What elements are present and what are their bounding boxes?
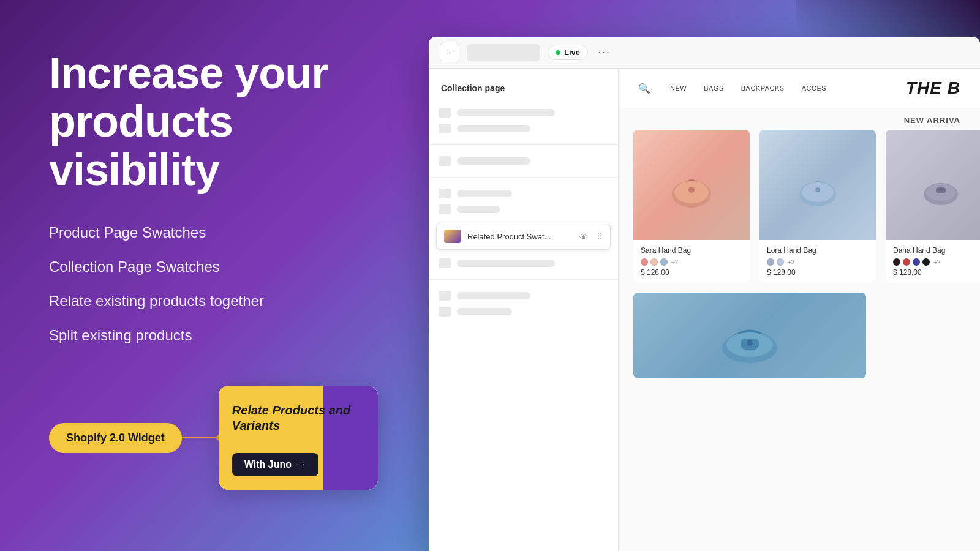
skeleton-bar-2 xyxy=(457,125,530,132)
card-title: Relate Products and Variants xyxy=(232,403,378,433)
store-brand: THE B xyxy=(846,78,960,98)
nav-accessories[interactable]: ACCES xyxy=(802,84,826,92)
swatch-count-1: +2 xyxy=(671,259,678,266)
dana-name: Dana Hand Bag xyxy=(893,246,980,255)
connector-line xyxy=(182,437,219,438)
sidebar-collection-label: Collection page xyxy=(429,78,618,103)
skeleton-bar-3 xyxy=(457,157,530,165)
highlight-icon xyxy=(444,230,461,243)
live-dot xyxy=(556,50,560,55)
product-info-dana: Dana Hand Bag +2 $ 128.00 xyxy=(886,240,980,283)
search-icon[interactable]: 🔍 xyxy=(638,83,650,94)
store-preview: 🔍 NEW BAGS BACKPACKS ACCES THE B NEW ARR… xyxy=(619,69,980,551)
live-badge: Live xyxy=(548,45,588,60)
swatch-count-2: +2 xyxy=(788,259,794,266)
swatch-dana-3 xyxy=(913,258,920,266)
eye-icon[interactable]: 👁 xyxy=(579,232,590,241)
skeleton-icon-1 xyxy=(439,108,451,118)
skeleton-icon-5 xyxy=(439,204,451,214)
product-grid-row2 xyxy=(619,293,980,378)
features-list: Product Page Swatches Collection Page Sw… xyxy=(49,224,404,344)
skeleton-bar-8 xyxy=(457,308,512,315)
highlight-text: Related Product Swat... xyxy=(467,232,573,241)
svg-point-2 xyxy=(688,187,695,193)
skeleton-bar-1 xyxy=(457,109,555,116)
store-header: 🔍 NEW BAGS BACKPACKS ACCES THE B xyxy=(619,69,980,108)
product-sara[interactable]: Sara Hand Bag +2 $ 128.00 xyxy=(633,130,750,283)
left-panel: Increase your products visibility Produc… xyxy=(49,37,404,527)
swatch-count-3: +2 xyxy=(933,259,940,266)
feature-1: Product Page Swatches xyxy=(49,224,404,241)
product-lora[interactable]: Lora Hand Bag +2 $ 128.00 xyxy=(760,130,876,283)
editor-sidebar: Collection page xyxy=(429,69,619,551)
skeleton-group-5 xyxy=(429,286,618,321)
lora-name: Lora Hand Bag xyxy=(767,246,869,255)
skeleton-icon-2 xyxy=(439,124,451,133)
skeleton-group-4 xyxy=(429,253,618,273)
skeleton-icon-8 xyxy=(439,307,451,317)
product-grid-row1: Sara Hand Bag +2 $ 128.00 xyxy=(619,130,980,293)
product-info-sara: Sara Hand Bag +2 $ 128.00 xyxy=(633,240,750,283)
sara-price: $ 128.00 xyxy=(641,268,742,277)
dana-swatches: +2 xyxy=(893,258,980,266)
svg-point-5 xyxy=(815,187,820,192)
skeleton-group-2 xyxy=(429,151,618,171)
skeleton-icon-6 xyxy=(439,258,451,268)
nav-bags[interactable]: BAGS xyxy=(704,84,724,92)
url-bar xyxy=(467,44,540,61)
swatch-1 xyxy=(641,258,648,266)
skeleton-icon-4 xyxy=(439,189,451,198)
right-panel: ← Live ··· Collection page xyxy=(429,37,943,527)
wide-img-1 xyxy=(633,293,866,378)
dana-price: $ 128.00 xyxy=(893,268,980,277)
skeleton-icon-7 xyxy=(439,291,451,301)
feature-2: Collection Page Swatches xyxy=(49,258,404,276)
swatch-lora-2 xyxy=(777,258,784,266)
page-content: Increase your products visibility Produc… xyxy=(0,0,980,551)
sidebar-highlight-row[interactable]: Related Product Swat... 👁 ⠿ xyxy=(436,223,611,250)
skeleton-icon-3 xyxy=(439,156,451,166)
card-purple-rect xyxy=(323,386,378,490)
skeleton-row-4 xyxy=(439,189,608,198)
sidebar-divider-3 xyxy=(429,279,618,280)
arrow-icon: → xyxy=(296,459,306,470)
arrivals-title: NEW ARRIVA xyxy=(619,108,980,130)
skeleton-bar-4 xyxy=(457,190,512,197)
swatch-dana-1 xyxy=(893,258,900,266)
feature-4: Split existing products xyxy=(49,327,404,344)
skeleton-row-6 xyxy=(439,258,608,268)
skeleton-bar-6 xyxy=(457,260,555,267)
dots-menu[interactable]: ··· xyxy=(598,46,611,59)
grip-icon[interactable]: ⠿ xyxy=(597,231,603,241)
nav-backpacks[interactable]: BACKPACKS xyxy=(741,84,785,92)
skeleton-row-5 xyxy=(439,204,608,214)
sidebar-divider-1 xyxy=(429,144,618,145)
sara-name: Sara Hand Bag xyxy=(641,246,742,255)
lora-swatches: +2 xyxy=(767,258,869,266)
card-cta-button[interactable]: With Juno → xyxy=(232,453,318,476)
product-dana[interactable]: Dana Hand Bag +2 $ 128.00 xyxy=(886,130,980,283)
skeleton-bar-5 xyxy=(457,206,500,213)
shopify-badge[interactable]: Shopify 2.0 Widget xyxy=(49,423,182,453)
skeleton-group-3 xyxy=(429,184,618,219)
swatch-lora-1 xyxy=(767,258,774,266)
swatch-dana-4 xyxy=(922,258,930,266)
feature-3: Relate existing products together xyxy=(49,293,404,310)
product-img-lora xyxy=(760,130,876,240)
swatch-dana-2 xyxy=(903,258,910,266)
product-card-popup: Relate Products and Variants With Juno → xyxy=(219,386,378,490)
back-icon: ← xyxy=(445,48,454,58)
back-button[interactable]: ← xyxy=(440,43,459,62)
skeleton-row-8 xyxy=(439,307,608,317)
bottom-area: Shopify 2.0 Widget Relate Products and V… xyxy=(49,386,378,490)
svg-point-12 xyxy=(747,340,753,346)
skeleton-row-7 xyxy=(439,291,608,301)
product-info-lora: Lora Hand Bag +2 $ 128.00 xyxy=(760,240,876,283)
product-img-dana xyxy=(886,130,980,240)
nav-new[interactable]: NEW xyxy=(670,84,687,92)
live-label: Live xyxy=(564,48,580,57)
swatch-2 xyxy=(650,258,658,266)
product-wide-1[interactable] xyxy=(633,293,866,378)
browser-content: Collection page xyxy=(429,69,980,551)
svg-rect-8 xyxy=(936,187,946,193)
